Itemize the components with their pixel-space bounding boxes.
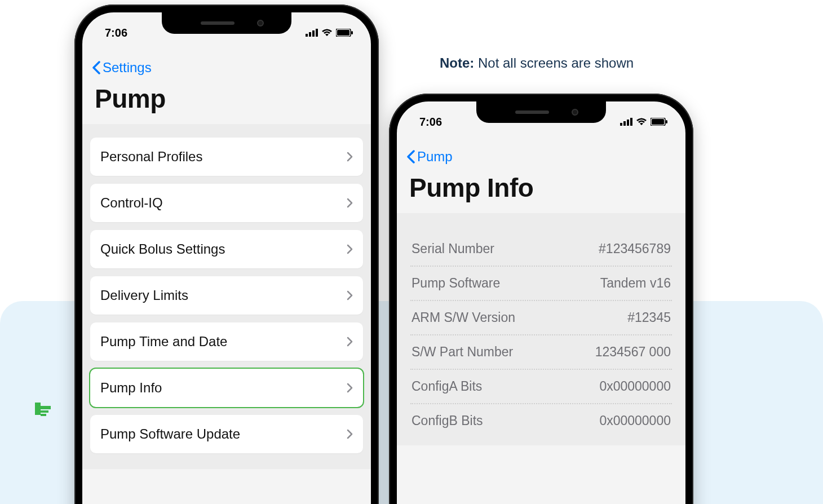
- info-label: ConfigB Bits: [412, 413, 483, 428]
- svg-rect-5: [309, 32, 311, 37]
- battery-icon: [651, 118, 667, 126]
- info-value: #123456789: [599, 241, 671, 257]
- chevron-right-icon: [347, 337, 353, 347]
- list-item-quick-bolus[interactable]: Quick Bolus Settings: [90, 230, 363, 268]
- info-label: S/W Part Number: [412, 344, 513, 360]
- svg-rect-4: [306, 34, 308, 37]
- chevron-left-icon: [91, 61, 100, 74]
- note-text: Note: Not all screens are shown: [440, 55, 634, 71]
- chevron-right-icon: [347, 290, 353, 300]
- svg-rect-1: [41, 406, 51, 409]
- page-title: Pump Info: [397, 169, 685, 213]
- wifi-icon: [636, 118, 647, 126]
- svg-rect-11: [620, 123, 622, 126]
- note-body: Not all screens are shown: [478, 55, 634, 70]
- status-indicators: [306, 29, 353, 37]
- back-button[interactable]: Settings: [82, 43, 371, 80]
- svg-rect-6: [312, 30, 315, 37]
- svg-rect-9: [337, 30, 349, 36]
- info-value: 0x00000000: [599, 379, 671, 394]
- info-row-sw-part-number: S/W Part Number 1234567 000: [410, 335, 672, 370]
- svg-rect-13: [627, 120, 629, 126]
- cellular-icon: [306, 29, 318, 37]
- phone-notch: [162, 12, 291, 34]
- list-item-label: Delivery Limits: [100, 288, 188, 303]
- info-label: Serial Number: [412, 241, 494, 257]
- chevron-right-icon: [347, 429, 353, 439]
- page-title: Pump: [82, 80, 371, 124]
- back-button[interactable]: Pump: [397, 132, 685, 169]
- phone-notch: [476, 101, 606, 123]
- list-item-pump-time-date[interactable]: Pump Time and Date: [90, 322, 363, 361]
- note-label: Note:: [440, 55, 474, 70]
- status-indicators: [620, 118, 667, 126]
- phone-pump-info: 7:06 Pump Pump Info Serial Number #12345…: [389, 94, 693, 504]
- info-row-configb-bits: ConfigB Bits 0x00000000: [410, 404, 672, 437]
- list-item-personal-profiles[interactable]: Personal Profiles: [90, 138, 363, 176]
- svg-rect-17: [666, 120, 667, 123]
- list-item-pump-info[interactable]: Pump Info: [90, 369, 363, 407]
- svg-rect-14: [630, 118, 632, 126]
- info-label: Pump Software: [412, 276, 500, 291]
- cellular-icon: [620, 118, 632, 126]
- svg-rect-0: [35, 403, 41, 415]
- info-value: #12345: [627, 310, 671, 325]
- svg-rect-7: [316, 29, 318, 37]
- info-row-serial-number: Serial Number #123456789: [410, 232, 672, 267]
- list-item-control-iq[interactable]: Control-IQ: [90, 184, 363, 222]
- list-item-label: Pump Time and Date: [100, 334, 227, 350]
- svg-rect-10: [351, 31, 353, 34]
- phone-pump-menu: 7:06 Settings Pump Personal Profiles Con…: [74, 5, 379, 504]
- list-item-pump-software-update[interactable]: Pump Software Update: [90, 415, 363, 453]
- svg-rect-2: [41, 410, 48, 413]
- chevron-right-icon: [347, 383, 353, 393]
- status-time: 7:06: [105, 26, 127, 39]
- menu-section: Personal Profiles Control-IQ Quick Bolus…: [82, 124, 371, 469]
- info-section: Serial Number #123456789 Pump Software T…: [397, 213, 685, 445]
- info-value: Tandem v16: [600, 276, 671, 291]
- back-label: Pump: [417, 149, 453, 165]
- chevron-right-icon: [347, 198, 353, 208]
- back-label: Settings: [103, 60, 152, 76]
- chevron-left-icon: [406, 150, 415, 163]
- svg-rect-16: [652, 119, 664, 125]
- status-time: 7:06: [419, 116, 442, 129]
- pointing-hand-icon: [35, 400, 56, 419]
- battery-icon: [336, 29, 353, 37]
- svg-rect-3: [41, 414, 46, 416]
- list-item-label: Personal Profiles: [100, 149, 202, 165]
- info-value: 0x00000000: [599, 413, 671, 428]
- svg-rect-12: [623, 121, 626, 126]
- chevron-right-icon: [347, 244, 353, 254]
- info-label: ARM S/W Version: [412, 310, 515, 325]
- info-row-configa-bits: ConfigA Bits 0x00000000: [410, 370, 672, 404]
- info-row-arm-sw-version: ARM S/W Version #12345: [410, 301, 672, 335]
- list-item-label: Quick Bolus Settings: [100, 241, 225, 257]
- info-label: ConfigA Bits: [412, 379, 482, 394]
- list-item-label: Pump Info: [100, 380, 162, 396]
- wifi-icon: [321, 29, 333, 37]
- info-row-pump-software: Pump Software Tandem v16: [410, 267, 672, 301]
- list-item-label: Pump Software Update: [100, 426, 240, 442]
- chevron-right-icon: [347, 152, 353, 162]
- info-value: 1234567 000: [595, 344, 671, 360]
- list-item-label: Control-IQ: [100, 195, 163, 211]
- list-item-delivery-limits[interactable]: Delivery Limits: [90, 276, 363, 315]
